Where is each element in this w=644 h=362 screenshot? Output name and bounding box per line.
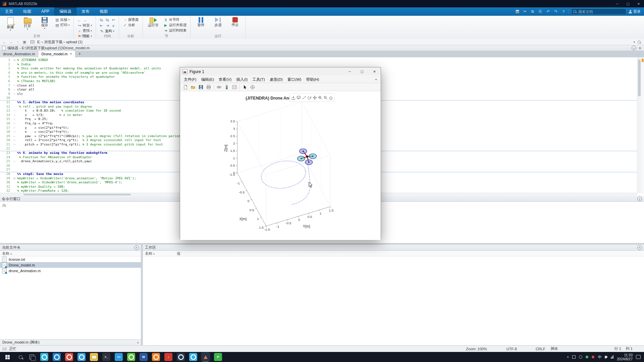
ribbon-button-section-break[interactable]: §分节符 [163, 17, 188, 22]
line-number[interactable]: 22 [0, 146, 12, 151]
breakpoint-gutter[interactable]: – [12, 126, 17, 130]
input-method-indicator[interactable]: 中 [598, 355, 601, 360]
workspace-value-column[interactable]: 值 [177, 251, 180, 256]
breakpoint-gutter[interactable]: ⊟ [12, 176, 17, 181]
datatip-icon[interactable] [297, 96, 301, 100]
line-number[interactable]: 12 [0, 105, 12, 109]
scrollbar-thumb[interactable] [638, 59, 641, 96]
cut-icon[interactable]: ✂ [522, 9, 528, 14]
action-center-icon[interactable] [636, 355, 641, 359]
taskbar-app-edge[interactable] [40, 353, 48, 361]
figure-minimize-button[interactable]: ─ [343, 67, 356, 76]
export-icon[interactable] [291, 96, 296, 100]
ribbon-button-run-to-end[interactable]: ↠运行到结束 [163, 28, 188, 33]
save-icon[interactable] [198, 84, 204, 90]
breakpoint-gutter[interactable] [12, 185, 17, 189]
colorbar-icon[interactable] [224, 84, 229, 90]
tray-expand-icon[interactable]: ∧ [567, 355, 569, 359]
line-number[interactable]: 4 [0, 71, 12, 75]
breadcrumb-item[interactable]: E: [36, 40, 42, 44]
code-line[interactable]: 2% India [0, 62, 637, 67]
paste-icon[interactable]: ⎘ [538, 9, 543, 14]
ribbon-tab-apps[interactable]: APP [36, 7, 54, 16]
taskbar-app-ie[interactable] [77, 353, 86, 361]
tray-app-icon[interactable] [572, 355, 576, 359]
line-number[interactable]: 9 [0, 92, 12, 96]
link-icon[interactable] [216, 84, 222, 90]
taskbar-app-vscode[interactable]: <> [115, 353, 123, 361]
breakpoint-gutter[interactable] [12, 164, 17, 168]
taskbar-app-chrome[interactable] [65, 353, 73, 361]
figure-menu-item[interactable]: 文件(F) [181, 77, 199, 82]
open-folder-icon[interactable] [191, 84, 196, 90]
ribbon-button-indent-right[interactable]: ⇥ [105, 23, 110, 28]
ribbon-tab-view[interactable]: 视图 [95, 7, 113, 16]
minimize-button[interactable]: ─ [612, 0, 623, 7]
ribbon-button-smart-indent[interactable]: ≡ [111, 23, 116, 28]
folder-search-icon[interactable] [638, 41, 641, 44]
command-window-actions-icon[interactable]: ▾ [637, 196, 642, 201]
line-number[interactable]: 20 [0, 138, 12, 142]
path-dropdown-icon[interactable]: ▾ [634, 41, 635, 44]
line-number[interactable]: 28 [0, 172, 12, 176]
workspace-name-column[interactable]: 名称▴ [145, 251, 177, 256]
ribbon-button-run-section[interactable]: 运行节 [146, 17, 161, 34]
pan-icon[interactable] [313, 96, 317, 100]
taskbar-app-qq[interactable] [189, 353, 197, 361]
brush-icon[interactable] [302, 96, 306, 100]
redo-icon[interactable]: ↷ [553, 9, 558, 14]
file-row[interactable]: Drone_model.m [0, 262, 141, 268]
taskbar-app-terminal[interactable]: >_ [102, 353, 110, 361]
taskbar-app-wechat[interactable] [127, 353, 135, 361]
ribbon-button-wrap-comment[interactable]: ↩ [111, 18, 116, 22]
breakpoint-gutter[interactable] [12, 62, 17, 67]
line-number[interactable]: 24 [0, 155, 12, 160]
line-number[interactable]: 25 [0, 159, 12, 164]
line-number[interactable]: 5 [0, 75, 12, 79]
figure-menu-item[interactable]: 插入(I) [234, 77, 250, 82]
figure-close-button[interactable]: ✕ [368, 67, 381, 76]
collapse-details-icon[interactable]: ▴ [137, 341, 139, 344]
line-number[interactable]: 27 [0, 168, 12, 172]
workspace-column-header[interactable]: 名称▴ 值 [143, 251, 644, 256]
save-icon[interactable] [515, 9, 520, 14]
editor-actions-icon[interactable]: ▾ [632, 46, 636, 50]
breakpoint-gutter[interactable] [12, 172, 17, 176]
line-number[interactable]: 31 [0, 185, 12, 189]
doc-search-input[interactable] [578, 9, 624, 14]
ribbon-tab-home[interactable]: 主页 [0, 7, 18, 16]
figure-menu-item[interactable]: 查看(V) [216, 77, 234, 82]
ribbon-button-refactor[interactable]: ✎重构▾ [99, 29, 116, 34]
taskbar-search-button[interactable] [15, 355, 26, 359]
ribbon-button-print[interactable]: ▤打印▾ [54, 23, 71, 27]
editor-tab[interactable]: drone_Animation.m [0, 51, 38, 57]
doc-search-box[interactable] [571, 8, 626, 15]
ribbon-button-open[interactable]: 打开▾ [20, 17, 35, 34]
ribbon-button-forward[interactable]: → [83, 18, 88, 22]
warning-indicator[interactable] [642, 59, 644, 62]
breakpoint-gutter[interactable]: – [12, 134, 17, 138]
figure-plot-svg[interactable]: 00.511.522.533.5-1.5-1-0.500.511.5-1.5-1… [180, 91, 381, 240]
ribbon-button-compare[interactable]: ▥比较▾ [54, 17, 71, 22]
breakpoint-gutter[interactable]: ⊟ [12, 58, 17, 62]
line-number[interactable]: 1 [0, 58, 12, 62]
breakpoint-gutter[interactable] [12, 155, 17, 160]
help-icon[interactable]: ? [561, 9, 566, 14]
ribbon-button-stop[interactable]: 停止 [227, 17, 243, 34]
current-folder-actions-icon[interactable]: ▾ [134, 245, 139, 250]
figure-menu-item[interactable]: 工具(T) [250, 77, 267, 82]
figure-menu-item[interactable]: 编辑(E) [199, 77, 216, 82]
close-button[interactable]: ✕ [633, 0, 644, 7]
file-details-bar[interactable]: Drone_model.m (脚本) ▴ [0, 339, 141, 345]
up-folder-icon[interactable]: ↑ [15, 40, 21, 44]
taskbar-app-steam[interactable] [177, 353, 185, 361]
zoom-out-icon[interactable] [323, 96, 328, 100]
taskbar-app-word[interactable]: W [140, 353, 148, 361]
line-number[interactable]: 15 [0, 117, 12, 121]
breakpoint-gutter[interactable]: – [12, 130, 17, 134]
figure-menu-item[interactable]: 帮助(H) [304, 77, 321, 82]
undo-icon[interactable]: ↶ [545, 9, 551, 14]
breakpoint-gutter[interactable] [12, 66, 17, 71]
line-number[interactable]: 29 [0, 176, 12, 181]
network-icon[interactable] [611, 355, 613, 359]
